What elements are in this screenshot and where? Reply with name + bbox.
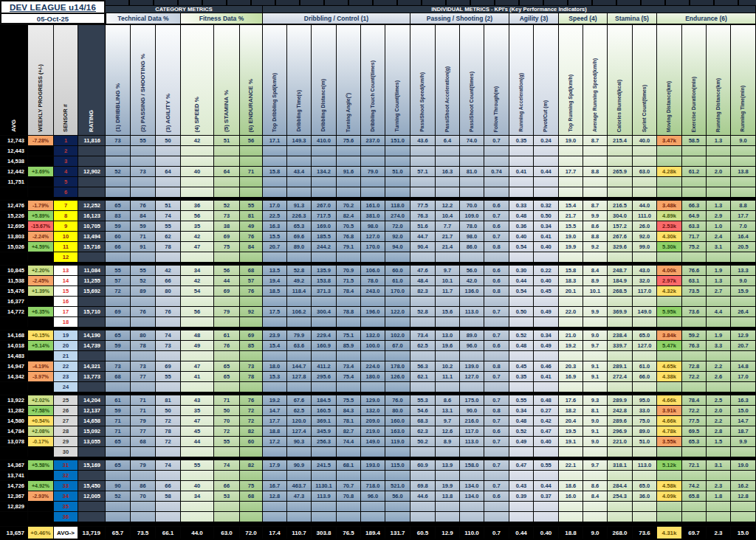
cell-kpi[interactable]	[608, 350, 633, 361]
cell-category-pct[interactable]: 70	[131, 491, 156, 501]
cell-weekly-progress[interactable]: -0.17%	[28, 436, 54, 446]
cell-category-pct[interactable]: 74	[156, 210, 181, 221]
cell-kpi[interactable]	[361, 176, 385, 187]
cell-kpi[interactable]: 2.2	[707, 415, 731, 426]
cell-category-pct[interactable]: 74	[156, 330, 181, 340]
cell-kpi[interactable]	[263, 511, 287, 522]
cell-category-pct[interactable]	[240, 470, 263, 480]
cell-kpi[interactable]: 44.0	[633, 200, 657, 210]
cell-kpi[interactable]: 381.0	[361, 210, 385, 221]
cell-kpi[interactable]: 57.1	[410, 166, 436, 176]
cell-kpi[interactable]: 56.0	[460, 265, 484, 275]
cell-sensor-number[interactable]: 23	[54, 371, 78, 381]
cell-kpi[interactable]	[559, 501, 583, 511]
cell-kpi[interactable]: 81.0	[460, 166, 484, 176]
cell-rating[interactable]: 12,137	[78, 405, 106, 415]
cell-kpi[interactable]	[337, 501, 361, 511]
cell-kpi[interactable]: 289.9	[608, 395, 633, 405]
cell-avg[interactable]	[0, 252, 28, 262]
cell-kpi[interactable]	[509, 296, 534, 306]
cell-kpi[interactable]: 18.5	[263, 285, 287, 296]
cell-kpi[interactable]: 98.0	[361, 221, 385, 231]
cell-kpi[interactable]: 0.55	[509, 395, 534, 405]
cell-kpi[interactable]	[534, 156, 559, 166]
cell-kpi[interactable]: 119.0	[385, 436, 410, 446]
cell-avg[interactable]: 14,772	[0, 306, 28, 316]
cell-kpi[interactable]	[682, 156, 707, 166]
cell-sensor-number[interactable]: 36	[54, 511, 78, 522]
cell-kpi[interactable]: 16.3	[731, 395, 756, 405]
cell-kpi[interactable]	[707, 252, 731, 262]
cell-kpi[interactable]: 76.3	[410, 210, 436, 221]
cell-kpi[interactable]: 0.43	[509, 480, 534, 491]
cell-rating[interactable]	[78, 252, 106, 262]
cell-rating[interactable]	[78, 381, 106, 392]
cell-kpi[interactable]	[436, 176, 460, 187]
cell-kpi[interactable]: 0.7	[484, 415, 509, 426]
cell-kpi[interactable]: 13.3	[731, 265, 756, 275]
cell-kpi[interactable]: 126.0	[385, 371, 410, 381]
cell-kpi[interactable]: 345.9	[312, 426, 337, 436]
cell-kpi[interactable]: 61.0	[385, 275, 410, 285]
cell-kpi[interactable]: 76.5	[337, 526, 361, 539]
cell-kpi[interactable]: 12.9	[731, 330, 756, 340]
cell-kpi[interactable]: 169.0	[312, 221, 337, 231]
cell-kpi[interactable]	[707, 316, 731, 327]
cell-kpi[interactable]: 52.8	[410, 306, 436, 316]
cell-kpi[interactable]: 0.8	[484, 405, 509, 415]
cell-kpi[interactable]	[559, 176, 583, 187]
cell-kpi[interactable]: 10.4	[436, 210, 460, 221]
cell-kpi[interactable]	[608, 296, 633, 306]
cell-rating[interactable]: 12,902	[78, 166, 106, 176]
cell-category-pct[interactable]: 52	[106, 166, 131, 176]
cell-category-pct[interactable]: 73	[240, 361, 263, 371]
cell-category-pct[interactable]: 50	[156, 135, 181, 145]
cell-weekly-progress[interactable]: -1.79%	[28, 200, 54, 210]
cell-kpi[interactable]	[707, 381, 731, 392]
cell-category-pct[interactable]	[131, 316, 156, 327]
cell-kpi[interactable]: 69.8	[410, 480, 436, 491]
cell-kpi[interactable]: 8.7	[583, 135, 608, 145]
cell-kpi[interactable]: 113.0	[460, 436, 484, 446]
cell-weekly-progress[interactable]: +5.58%	[28, 460, 54, 470]
cell-kpi[interactable]: 62.1	[410, 371, 436, 381]
cell-kpi[interactable]	[385, 470, 410, 480]
cell-kpi[interactable]	[410, 296, 436, 306]
cell-kpi[interactable]	[731, 381, 756, 392]
cell-moving-distance[interactable]	[657, 252, 682, 262]
cell-kpi[interactable]	[312, 470, 337, 480]
cell-category-pct[interactable]: 79	[131, 415, 156, 426]
cell-kpi[interactable]: 160.0	[385, 415, 410, 426]
cell-category-pct[interactable]	[106, 446, 131, 457]
cell-kpi[interactable]: 65.3	[682, 436, 707, 446]
cell-category-pct[interactable]: 65	[106, 200, 131, 210]
cell-category-pct[interactable]: 76	[240, 395, 263, 405]
cell-category-pct[interactable]: 55	[240, 200, 263, 210]
cell-kpi[interactable]: 134.0	[460, 480, 484, 491]
cell-category-pct[interactable]	[156, 381, 181, 392]
cell-kpi[interactable]: 15.9	[731, 285, 756, 296]
cell-kpi[interactable]: 160.9	[312, 340, 337, 350]
cell-category-pct[interactable]: 84	[131, 210, 156, 221]
cell-kpi[interactable]: 0.34	[534, 330, 559, 340]
cell-kpi[interactable]	[460, 187, 484, 197]
cell-kpi[interactable]: 54.6	[410, 405, 436, 415]
cell-kpi[interactable]: 62.5	[287, 405, 312, 415]
cell-kpi[interactable]: 0.8	[484, 285, 509, 296]
cell-moving-distance[interactable]	[657, 470, 682, 480]
cell-kpi[interactable]	[410, 316, 436, 327]
cell-kpi[interactable]: 73.4	[410, 330, 436, 340]
cell-kpi[interactable]	[436, 145, 460, 156]
cell-moving-distance[interactable]: 4.58k	[657, 480, 682, 491]
cell-kpi[interactable]: 127.8	[287, 371, 312, 381]
cell-sensor-number[interactable]: 19	[54, 330, 78, 340]
cell-kpi[interactable]	[633, 176, 657, 187]
cell-kpi[interactable]: 74.4	[337, 436, 361, 446]
cell-kpi[interactable]: 18.3	[559, 275, 583, 285]
cell-kpi[interactable]	[484, 446, 509, 457]
cell-category-pct[interactable]: 44	[181, 436, 214, 446]
cell-kpi[interactable]: 15.5	[559, 221, 583, 231]
cell-kpi[interactable]	[583, 511, 608, 522]
cell-kpi[interactable]	[484, 176, 509, 187]
cell-kpi[interactable]	[460, 446, 484, 457]
